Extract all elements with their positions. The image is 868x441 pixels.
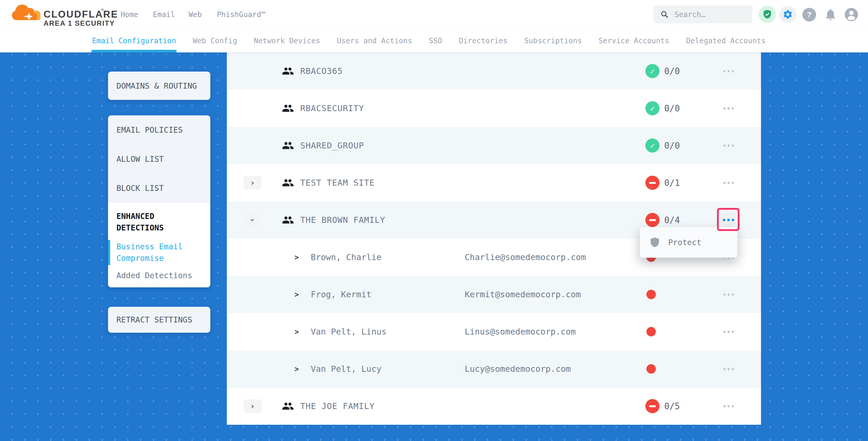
nav-item-home[interactable]: Home [121, 0, 138, 29]
sidebar-section-enhanced-detections: ENHANCED DETECTIONS Business Email Compr… [108, 203, 210, 287]
search-icon [660, 10, 669, 19]
protected-count: 0/0 [664, 53, 680, 90]
row-menu-button[interactable] [719, 90, 738, 127]
chevron-right-icon: > [294, 239, 299, 276]
status-allowed-icon [645, 101, 659, 115]
account-icon[interactable] [844, 7, 859, 22]
row-menu-button[interactable] [719, 53, 738, 90]
group-icon [282, 400, 294, 412]
table-row-group-test-team-site: › TEST TEAM SITE 0/1 [227, 164, 761, 201]
group-icon [282, 177, 294, 189]
chevron-right-icon: > [294, 313, 299, 350]
chevron-right-icon: › [250, 179, 255, 187]
group-name: SHARED_GROUP [300, 127, 364, 164]
table-row-group-rbacsecurity: RBACSECURITY 0/0 [227, 90, 761, 127]
table-row-user-van-pelt-linus: > Van Pelt, Linus Linus@somedemocorp.com [227, 313, 761, 350]
group-name: RBACO365 [300, 53, 343, 90]
sidebar-item-retract-settings[interactable]: RETRACT SETTINGS [108, 307, 210, 333]
expand-row-button[interactable]: › [243, 399, 262, 413]
group-icon [282, 102, 294, 114]
row-menu-button[interactable] [719, 276, 738, 313]
tab-network-devices[interactable]: Network Devices [254, 29, 320, 53]
tab-bar: Email Configuration Web Config Network D… [0, 29, 868, 53]
sidebar-item-block-list[interactable]: BLOCK LIST [108, 174, 210, 203]
group-icon [282, 214, 294, 226]
sidebar-item-allow-list[interactable]: ALLOW LIST [108, 145, 210, 174]
search-input[interactable] [674, 10, 746, 19]
status-allowed-icon [645, 138, 659, 153]
row-menu-button[interactable] [719, 350, 738, 387]
collapse-row-button[interactable]: › [243, 213, 262, 227]
brand-subtitle: AREA 1 SECURITY [43, 20, 115, 28]
chevron-down-icon: › [249, 218, 256, 222]
row-menu-button[interactable] [719, 387, 738, 425]
enhanced-detections-title[interactable]: ENHANCED DETECTIONS [117, 211, 202, 233]
expand-row-button[interactable]: › [243, 176, 262, 190]
context-menu-item-protect[interactable]: Protect [668, 238, 701, 247]
group-name: TEST TEAM SITE [300, 164, 375, 201]
user-email: Lucy@somedemocorp.com [465, 350, 571, 387]
cloudflare-cloud-icon [11, 3, 42, 25]
shield-icon [649, 237, 660, 248]
tab-users-and-actions[interactable]: Users and Actions [337, 29, 412, 53]
nav-item-phishguard[interactable]: PhishGuard™ [217, 0, 266, 29]
status-blocked-icon [645, 399, 659, 413]
tab-web-config[interactable]: Web Config [193, 29, 237, 53]
shield-check-icon[interactable] [758, 6, 776, 23]
user-email: Charlie@somedemocorp.com [465, 239, 586, 276]
tab-service-accounts[interactable]: Service Accounts [599, 29, 670, 53]
search-box[interactable] [653, 5, 752, 23]
table-row-user-van-pelt-lucy: > Van Pelt, Lucy Lucy@somedemocorp.com [227, 350, 761, 387]
user-email: Kermit@somedemocorp.com [465, 276, 581, 313]
tab-subscriptions[interactable]: Subscriptions [524, 29, 582, 53]
notifications-bell-icon[interactable] [823, 7, 838, 22]
table-row-group-the-joe-family: › THE JOE FAMILY 0/5 [227, 387, 761, 425]
row-menu-button[interactable] [719, 127, 738, 164]
status-allowed-icon [645, 64, 659, 78]
table-row-user-frog-kermit: > Frog, Kermit Kermit@somedemocorp.com [227, 276, 761, 313]
protected-count: 0/0 [664, 90, 680, 127]
group-icon [282, 139, 294, 152]
sidebar-item-business-email-compromise[interactable]: Business Email Compromise [108, 240, 202, 265]
chevron-right-icon: > [294, 350, 299, 387]
tab-email-configuration[interactable]: Email Configuration [92, 29, 176, 53]
nav-item-email[interactable]: Email [153, 0, 175, 29]
settings-gear-icon[interactable] [779, 6, 797, 23]
cloudflare-logo: CLOUDFLARE ® AREA 1 SECURITY [11, 1, 122, 28]
status-blocked-dot [646, 290, 656, 299]
sidebar-item-added-detections[interactable]: Added Detections [117, 271, 202, 280]
context-menu: Protect [640, 227, 737, 258]
chevron-right-icon: > [294, 276, 299, 313]
registered-mark: ® [101, 8, 104, 12]
user-name: Van Pelt, Linus [311, 313, 386, 350]
user-name: Frog, Kermit [311, 276, 371, 313]
tab-directories[interactable]: Directories [459, 29, 507, 53]
protected-count: 0/0 [664, 127, 680, 164]
help-icon[interactable]: ? [802, 8, 816, 22]
row-menu-button-open[interactable] [720, 212, 737, 228]
group-icon [282, 65, 294, 77]
status-blocked-dot [646, 327, 656, 336]
row-menu-button[interactable] [719, 164, 738, 201]
protected-count: 0/5 [664, 387, 680, 425]
status-blocked-icon [645, 213, 659, 227]
sidebar-item-domains-routing[interactable]: DOMAINS & ROUTING [108, 71, 210, 100]
sidebar-item-email-policies[interactable]: EMAIL POLICIES [108, 115, 210, 145]
group-name: RBACSECURITY [300, 90, 364, 127]
table-row-group-shared-group: SHARED_GROUP 0/0 [227, 127, 761, 164]
user-name: Van Pelt, Lucy [311, 350, 381, 387]
tab-delegated-accounts[interactable]: Delegated Accounts [686, 29, 766, 53]
user-name: Brown, Charlie [311, 239, 381, 276]
status-blocked-icon [645, 176, 659, 190]
group-name: THE BROWN FAMILY [300, 201, 385, 239]
table-row-group-rbaco365: RBACO365 0/0 [227, 53, 761, 90]
brand-name: CLOUDFLARE [43, 9, 118, 20]
row-menu-button[interactable] [719, 313, 738, 350]
chevron-right-icon: › [250, 402, 255, 410]
nav-item-web[interactable]: Web [189, 0, 202, 29]
tab-sso[interactable]: SSO [429, 29, 442, 53]
page: CLOUDFLARE ® AREA 1 SECURITY Home Email … [0, 0, 868, 441]
sidebar-policies-card: EMAIL POLICIES ALLOW LIST BLOCK LIST ENH… [108, 115, 210, 287]
user-email: Linus@somedemocorp.com [465, 313, 576, 350]
status-blocked-dot [646, 364, 656, 374]
